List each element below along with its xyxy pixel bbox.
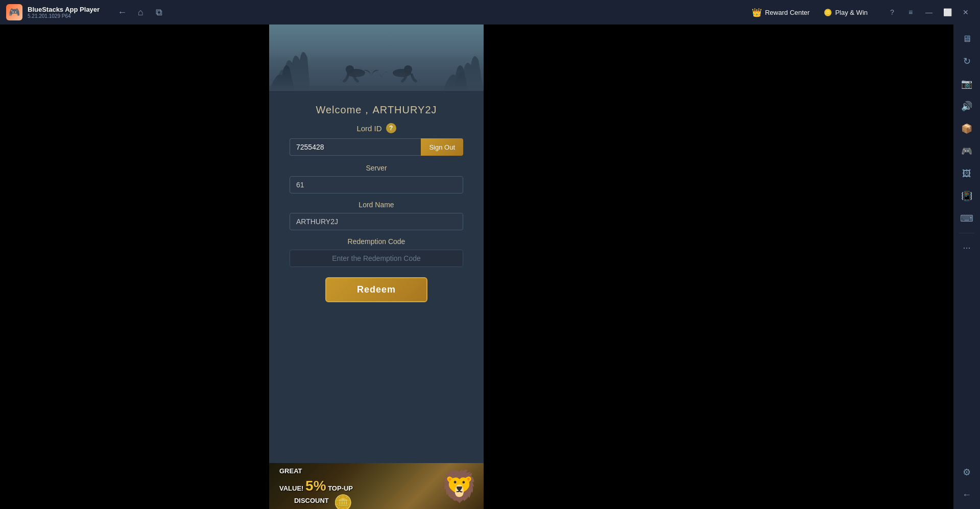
- svg-point-2: [346, 65, 354, 74]
- great-value-text: GREATVALUE!: [279, 467, 303, 492]
- header-silhouette-svg: [269, 25, 484, 91]
- back-button[interactable]: ←: [115, 5, 129, 19]
- minimize-button[interactable]: —: [921, 4, 937, 20]
- main-area: Welcome，ARTHURY2J Lord ID ? Sign Out Ser…: [0, 25, 980, 509]
- right-panel: [484, 25, 953, 509]
- window-controls: ? ≡ — ⬜ ✕: [884, 4, 974, 20]
- sidebar-keyboard-icon[interactable]: ⌨: [957, 208, 977, 229]
- reward-center-button[interactable]: 👑 Reward Center: [748, 6, 814, 19]
- lord-id-help-icon[interactable]: ?: [386, 123, 396, 133]
- redemption-code-label: Redemption Code: [290, 237, 463, 246]
- form-card: Welcome，ARTHURY2J Lord ID ? Sign Out Ser…: [269, 91, 484, 463]
- server-label: Server: [290, 164, 463, 172]
- sidebar-display-icon[interactable]: 🖥: [957, 29, 977, 49]
- sidebar-shake-icon[interactable]: 📳: [957, 186, 977, 206]
- close-button[interactable]: ✕: [958, 4, 974, 20]
- lord-id-input[interactable]: [290, 138, 421, 156]
- crown-icon: 👑: [752, 8, 762, 17]
- svg-point-4: [404, 65, 412, 74]
- sidebar-controller-icon[interactable]: 🎮: [957, 141, 977, 161]
- promotion-banner[interactable]: GREATVALUE! 5% TOP-UP DISCOUNT 🦁 🪙: [269, 463, 484, 509]
- titlebar-nav: ← ⌂ ⧉: [115, 5, 166, 19]
- home-button[interactable]: ⌂: [133, 5, 148, 19]
- coin-icon: 🪙: [824, 9, 832, 16]
- sidebar-more-icon[interactable]: ···: [957, 237, 977, 258]
- sidebar-divider: [959, 233, 974, 233]
- svg-point-1: [347, 69, 365, 77]
- lord-name-input[interactable]: [290, 213, 463, 230]
- menu-button[interactable]: ≡: [902, 4, 919, 20]
- app-version: 5.21.201.1029 P64: [28, 13, 100, 19]
- game-header-art: [269, 25, 484, 91]
- sign-out-button[interactable]: Sign Out: [421, 138, 463, 156]
- lord-id-label: Lord ID: [356, 124, 381, 133]
- svg-rect-5: [269, 86, 484, 91]
- server-input[interactable]: [290, 176, 463, 193]
- sidebar-right: 🖥 ↻ 📷 🔊 📦 🎮 🖼 📳 ⌨ ··· ⚙ ←: [953, 25, 980, 509]
- banner-percent: 5%: [305, 478, 326, 494]
- left-panel: [0, 25, 269, 509]
- redeem-button[interactable]: Redeem: [325, 277, 427, 302]
- sidebar-apk-icon[interactable]: 📦: [957, 118, 977, 139]
- redemption-code-input[interactable]: [290, 250, 463, 267]
- sidebar-rotate-icon[interactable]: ↻: [957, 51, 977, 71]
- sidebar-screenshot-icon[interactable]: 🖼: [957, 163, 977, 184]
- titlebar-right: 👑 Reward Center 🪙 Play & Win ? ≡ — ⬜ ✕: [748, 4, 974, 20]
- help-button[interactable]: ?: [884, 4, 900, 20]
- app-title-block: BlueStacks App Player 5.21.201.1029 P64: [28, 6, 100, 19]
- play-win-label: Play & Win: [835, 9, 868, 16]
- lord-name-label: Lord Name: [290, 201, 463, 209]
- app-logo: 🎮: [6, 4, 22, 20]
- svg-rect-0: [269, 25, 484, 91]
- multi-button[interactable]: ⧉: [152, 5, 166, 19]
- sidebar-gear-icon[interactable]: ⚙: [957, 462, 977, 482]
- banner-text: GREATVALUE! 5% TOP-UP DISCOUNT: [279, 467, 353, 505]
- lord-id-input-row: Sign Out: [290, 138, 463, 156]
- lord-id-row: Lord ID ?: [356, 123, 396, 133]
- welcome-text: Welcome，ARTHURY2J: [316, 103, 437, 117]
- titlebar-left: 🎮 BlueStacks App Player 5.21.201.1029 P6…: [6, 4, 748, 20]
- game-panel: Welcome，ARTHURY2J Lord ID ? Sign Out Ser…: [269, 25, 484, 509]
- sidebar-volume-icon[interactable]: 🔊: [957, 96, 977, 116]
- sidebar-arrow-icon[interactable]: ←: [957, 484, 977, 505]
- reward-center-label: Reward Center: [765, 9, 809, 16]
- svg-point-3: [393, 69, 411, 77]
- maximize-button[interactable]: ⬜: [939, 4, 955, 20]
- lion-icon: 🦁: [440, 468, 479, 504]
- play-win-button[interactable]: 🪙 Play & Win: [820, 7, 872, 18]
- titlebar: 🎮 BlueStacks App Player 5.21.201.1029 P6…: [0, 0, 980, 25]
- sidebar-camera-icon[interactable]: 📷: [957, 74, 977, 94]
- app-name: BlueStacks App Player: [28, 6, 100, 13]
